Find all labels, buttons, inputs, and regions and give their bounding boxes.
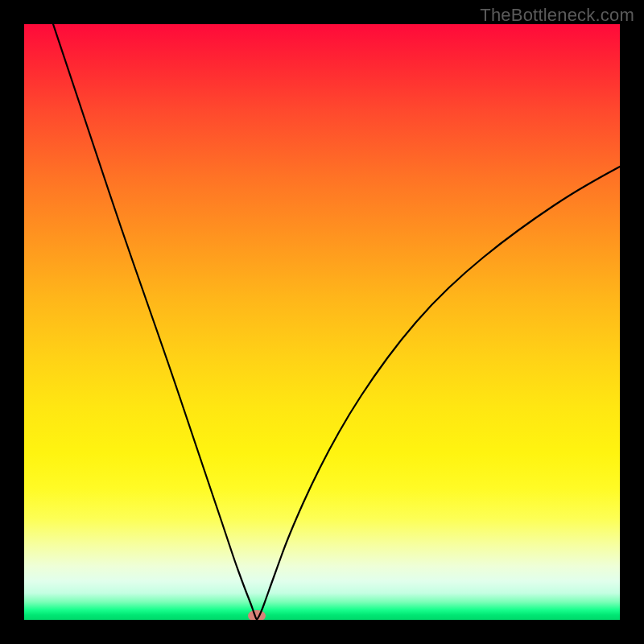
watermark-text: TheBottleneck.com	[480, 5, 634, 26]
chart-container: TheBottleneck.com	[0, 0, 644, 644]
bottleneck-curve	[24, 24, 620, 620]
plot-area	[24, 24, 620, 620]
